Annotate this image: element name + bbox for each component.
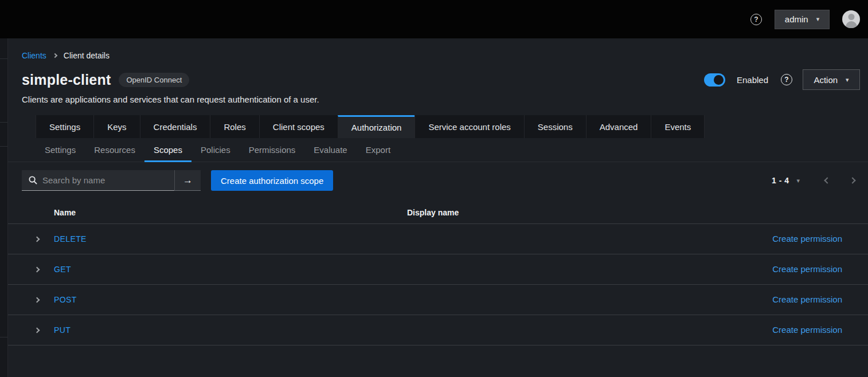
chevron-left-icon <box>824 177 830 183</box>
tab-roles[interactable]: Roles <box>210 115 259 138</box>
tab-keys[interactable]: Keys <box>93 115 139 138</box>
breadcrumb-clients-link[interactable]: Clients <box>22 51 46 60</box>
subtab-export[interactable]: Export <box>357 138 400 162</box>
chevron-right-icon <box>34 266 40 272</box>
scopes-toolbar: → Create authorization scope 1 - 4 ▾ <box>22 170 868 191</box>
create-permission-link[interactable]: Create permission <box>772 294 842 304</box>
tab-credentials[interactable]: Credentials <box>140 115 210 138</box>
avatar-icon <box>848 14 854 20</box>
user-avatar[interactable] <box>842 10 860 28</box>
previous-page-button[interactable] <box>815 171 840 190</box>
subtab-settings[interactable]: Settings <box>36 138 85 162</box>
subtab-permissions[interactable]: Permissions <box>240 138 305 162</box>
pagination-top: 1 - 4 ▾ <box>772 171 865 190</box>
table-row: PUT Create permission <box>8 315 868 345</box>
scope-name-link[interactable]: POST <box>54 295 77 304</box>
tab-client-scopes[interactable]: Client scopes <box>259 115 338 138</box>
chevron-right-icon <box>34 236 40 242</box>
main-content: Clients Client details simple-client Ope… <box>8 38 868 377</box>
pagination-range: 1 - 4 <box>772 176 789 185</box>
chevron-down-icon: ▾ <box>846 77 849 83</box>
scope-name-link[interactable]: PUT <box>54 325 71 335</box>
table-row: POST Create permission <box>8 285 868 315</box>
chevron-right-icon <box>53 53 57 58</box>
search-icon <box>29 176 37 184</box>
sidebar-edge <box>0 38 8 377</box>
chevron-right-icon <box>34 327 40 333</box>
search-input[interactable] <box>42 175 169 185</box>
column-header-name: Name <box>54 208 407 217</box>
protocol-badge: OpenID Connect <box>119 73 189 87</box>
expand-row-button[interactable] <box>32 325 41 335</box>
masthead: ? admin ▾ <box>0 0 868 38</box>
authorization-subtabs: Settings Resources Scopes Policies Permi… <box>8 138 868 162</box>
previous-page-button[interactable] <box>804 371 829 377</box>
tab-authorization[interactable]: Authorization <box>338 115 415 138</box>
search-submit-button[interactable]: → <box>174 170 201 191</box>
next-page-button[interactable] <box>840 171 865 190</box>
expand-row-button[interactable] <box>32 234 41 244</box>
client-tabs: Settings Keys Credentials Roles Client s… <box>36 115 868 138</box>
toggle-knob <box>714 75 724 85</box>
tab-events[interactable]: Events <box>651 115 705 138</box>
enabled-label: Enabled <box>737 75 768 85</box>
expand-row-button[interactable] <box>32 295 41 304</box>
avatar-icon <box>846 21 857 28</box>
authorization-scopes-table: Name Display name DELETE Create permissi… <box>8 201 868 345</box>
action-dropdown[interactable]: Action ▾ <box>803 69 860 90</box>
column-header-display-name: Display name <box>407 208 730 217</box>
pagination-bottom: 1 - 4 ▾ <box>761 371 854 377</box>
user-menu-dropdown[interactable]: admin ▾ <box>775 10 830 29</box>
page-title: simple-client <box>22 72 111 88</box>
subtab-resources[interactable]: Resources <box>85 138 144 162</box>
subtab-evaluate[interactable]: Evaluate <box>304 138 356 162</box>
breadcrumb-current: Client details <box>64 51 110 60</box>
create-permission-link[interactable]: Create permission <box>772 325 842 335</box>
pagination-menu-toggle[interactable]: 1 - 4 ▾ <box>772 176 800 185</box>
keycloak-admin-console: ? admin ▾ Clients Client details <box>0 0 868 377</box>
chevron-right-icon <box>34 297 40 303</box>
help-icon[interactable]: ? <box>750 14 762 25</box>
subtab-policies[interactable]: Policies <box>191 138 240 162</box>
help-icon[interactable]: ? <box>781 74 792 85</box>
search-box <box>22 170 174 191</box>
tab-sessions[interactable]: Sessions <box>524 115 586 138</box>
expand-row-button[interactable] <box>32 265 41 274</box>
enabled-toggle[interactable] <box>704 73 725 87</box>
table-row: DELETE Create permission <box>8 224 868 254</box>
next-page-button[interactable] <box>829 371 854 377</box>
subtab-scopes[interactable]: Scopes <box>144 138 191 162</box>
action-label: Action <box>814 75 838 85</box>
table-header-row: Name Display name <box>8 201 868 224</box>
table-row: GET Create permission <box>8 254 868 285</box>
create-permission-link[interactable]: Create permission <box>772 264 842 274</box>
create-authorization-scope-button[interactable]: Create authorization scope <box>211 170 333 191</box>
create-permission-link[interactable]: Create permission <box>772 234 842 244</box>
chevron-down-icon: ▾ <box>796 178 800 184</box>
tab-service-account-roles[interactable]: Service account roles <box>415 115 523 138</box>
tab-advanced[interactable]: Advanced <box>586 115 651 138</box>
page-description: Clients are applications and services th… <box>22 95 868 104</box>
breadcrumb: Clients Client details <box>22 51 868 60</box>
scope-name-link[interactable]: DELETE <box>54 234 87 244</box>
username: admin <box>785 14 808 24</box>
scope-name-link[interactable]: GET <box>54 265 71 274</box>
chevron-right-icon <box>849 177 855 183</box>
chevron-down-icon: ▾ <box>816 16 820 22</box>
tab-settings[interactable]: Settings <box>36 115 93 138</box>
